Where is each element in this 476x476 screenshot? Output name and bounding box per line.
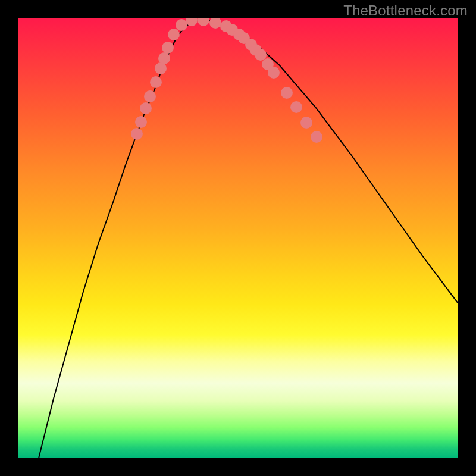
- data-point: [168, 29, 180, 40]
- data-point: [131, 128, 143, 140]
- curve-layer: [39, 20, 458, 458]
- data-point: [281, 87, 293, 99]
- data-point: [144, 90, 156, 102]
- data-point: [150, 76, 162, 88]
- data-point: [198, 18, 209, 26]
- dots-layer: [131, 18, 322, 143]
- chart-svg: [18, 18, 458, 458]
- data-point: [290, 101, 302, 113]
- data-point: [140, 102, 152, 114]
- data-point: [155, 62, 167, 74]
- chart-frame: TheBottleneck.com: [0, 0, 476, 476]
- watermark-text: TheBottleneck.com: [343, 2, 468, 19]
- data-point: [209, 18, 221, 29]
- plot-area: [18, 18, 458, 458]
- data-point: [311, 131, 322, 143]
- bottleneck-curve: [39, 20, 458, 458]
- data-point: [162, 42, 174, 54]
- data-point: [268, 67, 280, 79]
- data-point: [255, 49, 267, 61]
- data-point: [176, 19, 187, 31]
- data-point: [158, 52, 170, 64]
- data-point: [300, 117, 312, 129]
- data-point: [135, 116, 147, 128]
